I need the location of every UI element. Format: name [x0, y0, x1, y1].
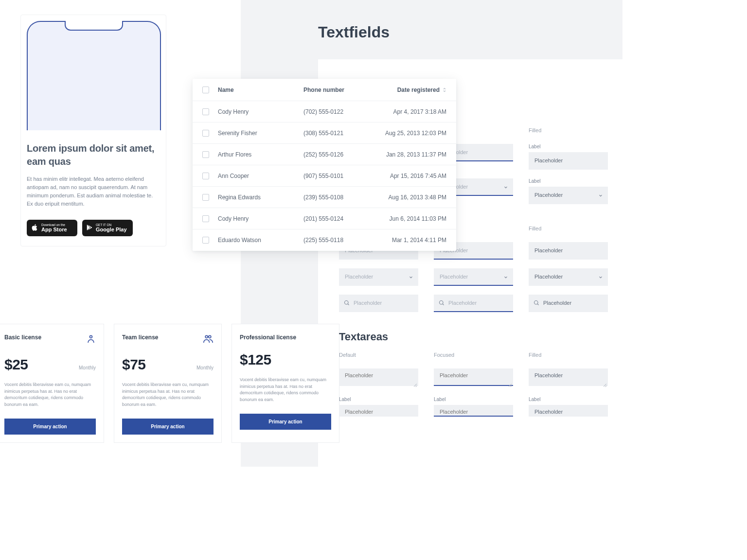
- state-label-filled: Filled: [529, 352, 608, 358]
- table-row[interactable]: Regina Edwards(239) 555-0108Aug 16, 2013…: [193, 187, 456, 208]
- table-row[interactable]: Cody Henry(201) 555-0124Jun 6, 2014 11:0…: [193, 208, 456, 229]
- state-label-default: Default: [339, 352, 418, 358]
- section-title-textareas: Textareas: [339, 331, 611, 343]
- select-input-filled-labeled[interactable]: [529, 187, 608, 204]
- search-input-filled[interactable]: [529, 295, 608, 312]
- data-table: Name Phone number Date registered Cody H…: [193, 79, 456, 251]
- cell-date: Aug 16, 2013 3:48 PM: [381, 194, 446, 201]
- cell-name: Eduardo Watson: [218, 237, 303, 244]
- row-checkbox[interactable]: [202, 194, 209, 201]
- person-icon: [86, 334, 96, 346]
- search-icon: [534, 299, 539, 308]
- column-header-date-label: Date registered: [397, 87, 440, 93]
- pricing-period: Monthly: [196, 365, 213, 370]
- pricing-title: Basic license: [4, 334, 41, 341]
- table-header-row: Name Phone number Date registered: [193, 79, 456, 101]
- textarea-labeled-filled[interactable]: [529, 405, 608, 417]
- select-input-default[interactable]: [339, 268, 418, 286]
- mobile-card-body: Et has minim elitr intellegat. Mea aeter…: [27, 175, 160, 208]
- google-play-badge[interactable]: GET IT ON Google Play: [82, 220, 133, 236]
- pricing-price: $25: [4, 356, 28, 373]
- resize-handle-icon[interactable]: [602, 382, 607, 387]
- textarea-default[interactable]: [339, 368, 418, 386]
- pricing-title: Team license: [122, 334, 158, 341]
- column-header-phone[interactable]: Phone number: [303, 87, 381, 93]
- textarea-focused[interactable]: [434, 368, 513, 386]
- textarea-labeled-default[interactable]: [339, 405, 418, 417]
- resize-handle-icon[interactable]: [412, 382, 417, 387]
- text-input-filled[interactable]: [529, 242, 608, 260]
- mobile-card-heading: Lorem ipsum dolor sit amet, eam quas: [27, 142, 160, 168]
- column-header-name[interactable]: Name: [218, 87, 303, 93]
- people-icon: [203, 334, 213, 346]
- svg-point-4: [440, 301, 444, 305]
- pricing-primary-action-button[interactable]: Primary action: [4, 419, 96, 435]
- cell-date: Apr 4, 2017 3:18 AM: [381, 108, 446, 115]
- row-checkbox[interactable]: [202, 108, 209, 115]
- google-play-icon: [86, 224, 93, 232]
- cell-phone: (702) 555-0122: [303, 108, 381, 115]
- state-label-filled: Filled: [529, 127, 608, 133]
- state-label-filled: Filled: [529, 226, 608, 231]
- cell-name: Regina Edwards: [218, 194, 303, 201]
- search-input-default[interactable]: [339, 295, 418, 312]
- svg-point-0: [90, 335, 92, 338]
- select-all-checkbox[interactable]: [202, 87, 209, 93]
- textarea-label: Label: [434, 397, 513, 402]
- pricing-card-team: Team license $75 Monthly Vocent debitis …: [114, 324, 222, 443]
- app-store-badge[interactable]: Download on the App Store: [27, 220, 77, 236]
- search-icon: [439, 299, 445, 308]
- textarea-filled[interactable]: [529, 368, 608, 386]
- resize-handle-icon[interactable]: [507, 382, 512, 387]
- pricing-primary-action-button[interactable]: Primary action: [122, 419, 213, 435]
- search-icon: [344, 299, 350, 308]
- pricing-row: Basic license $25 Monthly Vocent debitis…: [0, 324, 339, 443]
- appstore-big-text: App Store: [41, 227, 67, 233]
- pricing-desc: Vocent debitis liberavisse eam cu, numqu…: [240, 377, 331, 403]
- cell-phone: (308) 555-0121: [303, 130, 381, 137]
- pricing-price: $125: [240, 351, 271, 368]
- cell-date: Jan 28, 2013 11:37 PM: [381, 151, 446, 158]
- mobile-app-card: Lorem ipsum dolor sit amet, eam quas Et …: [20, 15, 166, 246]
- cell-name: Ann Cooper: [218, 173, 303, 179]
- phone-notch: [65, 21, 123, 31]
- pricing-desc: Vocent debitis liberavisse eam cu, numqu…: [4, 382, 96, 408]
- pricing-primary-action-button[interactable]: Primary action: [240, 414, 331, 430]
- apple-icon: [31, 224, 38, 233]
- table-row[interactable]: Ann Cooper(907) 555-0101Apr 15, 2016 7:4…: [193, 165, 456, 187]
- pricing-card-basic: Basic license $25 Monthly Vocent debitis…: [0, 324, 104, 443]
- select-input-focused[interactable]: [434, 268, 513, 286]
- cell-name: Cody Henry: [218, 215, 303, 222]
- pricing-desc: Vocent debitis liberavisse eam cu, numqu…: [122, 382, 213, 408]
- cell-phone: (201) 555-0124: [303, 215, 381, 222]
- table-row[interactable]: Cody Henry(702) 555-0122Apr 4, 2017 3:18…: [193, 101, 456, 122]
- cell-phone: (225) 555-0118: [303, 237, 381, 244]
- row-checkbox[interactable]: [202, 173, 209, 179]
- textarea-labeled-focused[interactable]: [434, 405, 513, 417]
- text-input-filled-labeled[interactable]: [529, 152, 608, 170]
- row-checkbox[interactable]: [202, 237, 209, 244]
- pricing-title: Professional license: [240, 334, 296, 341]
- phone-frame: [27, 21, 161, 130]
- table-row[interactable]: Serenity Fisher(308) 555-0121Aug 25, 201…: [193, 122, 456, 144]
- textarea-label: Label: [339, 397, 418, 402]
- search-input-focused[interactable]: [434, 295, 513, 312]
- cell-phone: (239) 555-0108: [303, 194, 381, 201]
- google-big-text: Google Play: [96, 227, 127, 233]
- column-header-date[interactable]: Date registered: [381, 87, 446, 93]
- select-input-filled[interactable]: [529, 268, 608, 286]
- pricing-price: $75: [122, 356, 146, 373]
- cell-phone: (252) 555-0126: [303, 151, 381, 158]
- pricing-period: Monthly: [79, 365, 96, 370]
- row-checkbox[interactable]: [202, 151, 209, 158]
- input-label: Label: [529, 178, 608, 184]
- textarea-label: Label: [529, 397, 608, 402]
- svg-point-3: [345, 301, 349, 305]
- cell-name: Serenity Fisher: [218, 130, 303, 137]
- svg-point-5: [534, 301, 538, 305]
- row-checkbox[interactable]: [202, 215, 209, 222]
- cell-date: Apr 15, 2016 7:45 AM: [381, 173, 446, 179]
- row-checkbox[interactable]: [202, 130, 209, 137]
- table-row[interactable]: Eduardo Watson(225) 555-0118Mar 1, 2014 …: [193, 229, 456, 251]
- table-row[interactable]: Arthur Flores(252) 555-0126Jan 28, 2013 …: [193, 144, 456, 165]
